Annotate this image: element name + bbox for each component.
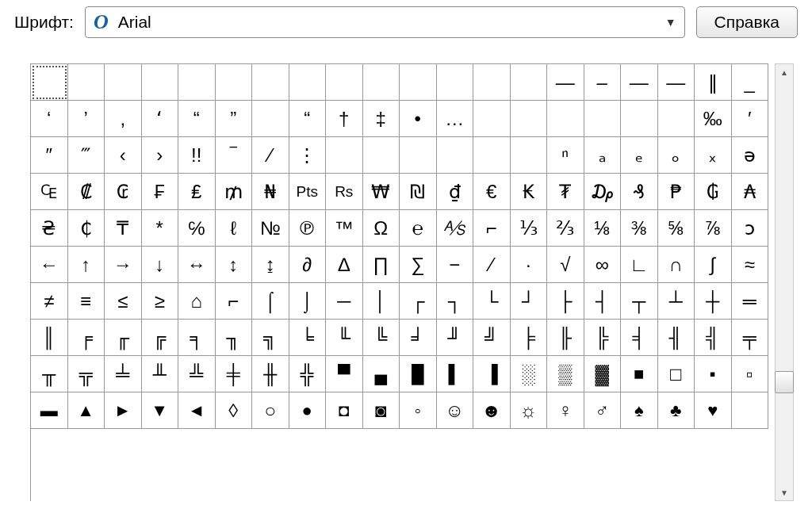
char-cell[interactable]: ▐ (473, 356, 511, 392)
char-cell[interactable]: ‴ (68, 137, 105, 174)
char-cell[interactable]: ’ (68, 101, 105, 137)
char-cell[interactable]: ↄ (732, 210, 769, 247)
char-cell[interactable]: ⁄ (252, 137, 289, 174)
char-cell[interactable]: → (105, 247, 142, 283)
char-cell[interactable]: ╔ (142, 320, 179, 356)
char-cell[interactable]: — (658, 64, 695, 101)
char-cell[interactable]: ═ (732, 283, 769, 320)
char-cell[interactable]: ≤ (105, 283, 142, 320)
char-cell[interactable]: ┼ (695, 283, 732, 320)
char-cell[interactable]: ↓ (142, 247, 179, 283)
char-cell[interactable]: ⅞ (695, 210, 732, 247)
char-cell[interactable]: ‰ (695, 101, 732, 137)
char-cell[interactable]: Ω (363, 210, 400, 247)
char-cell[interactable]: ∞ (584, 247, 622, 283)
char-cell[interactable] (363, 64, 400, 101)
char-cell[interactable]: ₭ (511, 174, 548, 210)
char-cell[interactable]: • (400, 101, 437, 137)
char-cell[interactable] (473, 137, 511, 174)
char-cell[interactable]: ▀ (326, 356, 363, 392)
char-cell[interactable]: ╚ (363, 320, 400, 356)
char-cell[interactable]: ┘ (511, 283, 548, 320)
char-cell[interactable] (437, 64, 474, 101)
char-cell[interactable]: ☺ (437, 392, 474, 429)
char-cell[interactable]: ╤ (732, 320, 769, 356)
char-cell[interactable]: ☻ (473, 392, 511, 429)
char-cell[interactable]: ₐ (584, 137, 622, 174)
char-cell[interactable]: ⅓ (511, 210, 548, 247)
char-cell[interactable] (400, 137, 437, 174)
char-cell[interactable]: − (437, 247, 474, 283)
char-cell[interactable]: ⅔ (547, 210, 584, 247)
scroll-thumb[interactable] (775, 371, 794, 393)
char-cell[interactable]: ₫ (437, 174, 474, 210)
char-cell[interactable]: ╒ (68, 320, 105, 356)
char-cell[interactable]: ▫ (732, 356, 769, 392)
char-cell[interactable]: ⌡ (289, 283, 327, 320)
char-cell[interactable]: › (142, 137, 179, 174)
char-cell[interactable]: └ (473, 283, 511, 320)
char-cell[interactable]: ↔ (178, 247, 216, 283)
char-cell[interactable]: ▄ (363, 356, 400, 392)
char-cell[interactable]: ┤ (584, 283, 622, 320)
char-cell[interactable]: ⁿ (547, 137, 584, 174)
char-cell[interactable]: “ (178, 101, 216, 137)
char-cell[interactable]: ╥ (31, 356, 68, 392)
char-cell[interactable] (252, 64, 289, 101)
char-cell[interactable]: ╣ (695, 320, 732, 356)
char-cell[interactable]: ╧ (105, 356, 142, 392)
char-cell[interactable]: ▒ (547, 356, 584, 392)
char-cell[interactable]: ♠ (621, 392, 658, 429)
char-cell[interactable]: ┴ (658, 283, 695, 320)
char-cell[interactable]: ─ (326, 283, 363, 320)
char-cell[interactable]: ┐ (437, 283, 474, 320)
char-cell[interactable]: ℓ (216, 210, 253, 247)
char-cell[interactable]: ▼ (142, 392, 179, 429)
char-cell[interactable]: ⌐ (216, 283, 253, 320)
char-cell[interactable]: ╓ (105, 320, 142, 356)
char-cell[interactable] (732, 392, 769, 429)
char-cell[interactable]: ⌠ (252, 283, 289, 320)
char-cell[interactable]: ┬ (621, 283, 658, 320)
char-cell[interactable]: ₓ (695, 137, 732, 174)
char-cell[interactable]: ◘ (326, 392, 363, 429)
char-cell[interactable]: ₩ (363, 174, 400, 210)
char-cell[interactable]: ∆ (326, 247, 363, 283)
char-cell[interactable]: ₸ (105, 210, 142, 247)
char-cell[interactable]: — (621, 64, 658, 101)
char-cell[interactable]: , (105, 101, 142, 137)
char-cell[interactable]: ∟ (621, 247, 658, 283)
char-cell[interactable]: ⅛ (584, 210, 622, 247)
char-cell[interactable]: – (584, 64, 622, 101)
char-cell[interactable]: “ (289, 101, 327, 137)
char-cell[interactable]: ₠ (31, 174, 68, 210)
char-cell[interactable]: — (547, 64, 584, 101)
char-cell[interactable]: ╢ (658, 320, 695, 356)
char-cell[interactable]: ‘ (31, 101, 68, 137)
char-cell[interactable]: ↕ (216, 247, 253, 283)
char-cell[interactable]: ♀ (547, 392, 584, 429)
char-cell[interactable] (511, 137, 548, 174)
char-cell[interactable]: ₤ (178, 174, 216, 210)
char-cell[interactable]: ◦ (400, 392, 437, 429)
char-cell[interactable]: ℗ (289, 210, 327, 247)
char-cell[interactable] (511, 101, 548, 137)
char-cell[interactable]: │ (363, 283, 400, 320)
char-cell[interactable]: ₴ (31, 210, 68, 247)
char-cell[interactable]: ► (105, 392, 142, 429)
char-cell[interactable]: … (437, 101, 474, 137)
char-cell[interactable]: ◊ (216, 392, 253, 429)
char-cell[interactable]: ← (31, 247, 68, 283)
char-cell[interactable]: ₡ (68, 174, 105, 210)
char-cell[interactable]: ░ (511, 356, 548, 392)
char-cell[interactable]: ╝ (473, 320, 511, 356)
char-cell[interactable] (473, 101, 511, 137)
char-cell[interactable] (363, 137, 400, 174)
char-cell[interactable] (68, 64, 105, 101)
char-cell[interactable]: ⋮ (289, 137, 327, 174)
char-cell[interactable] (400, 64, 437, 101)
char-cell[interactable]: ₢ (105, 174, 142, 210)
char-cell[interactable] (178, 64, 216, 101)
char-cell[interactable]: ∩ (658, 247, 695, 283)
char-cell[interactable]: ╜ (437, 320, 474, 356)
